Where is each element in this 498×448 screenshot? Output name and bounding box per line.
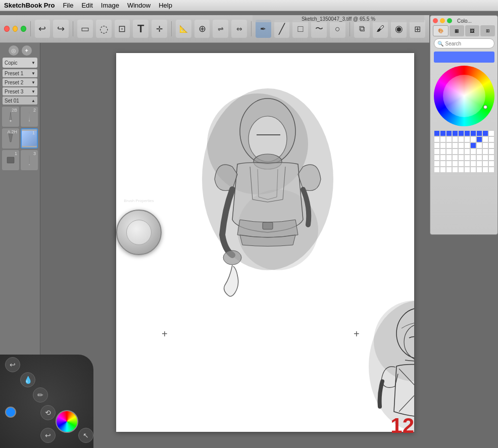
color-grid-cell[interactable] — [476, 167, 482, 173]
color-grid-cell[interactable] — [488, 167, 494, 173]
brush-2b[interactable]: 2B — [2, 107, 19, 127]
color-grid-cell[interactable] — [458, 167, 464, 173]
radial-dropper[interactable]: 💧 — [20, 372, 35, 387]
search-input[interactable] — [445, 41, 499, 46]
color-grid-cell[interactable] — [446, 130, 452, 136]
color-grid-cell[interactable] — [470, 161, 476, 167]
color-grid-cell[interactable] — [452, 136, 458, 142]
color-grid-cell[interactable] — [446, 161, 452, 167]
brush-3[interactable]: 3 — [21, 150, 38, 170]
color-grid-cell[interactable] — [482, 161, 488, 167]
radial-undo[interactable]: ↩ — [5, 357, 20, 372]
color-grid-cell[interactable] — [458, 130, 464, 136]
color-grid-cell[interactable] — [458, 148, 464, 155]
lasso-button[interactable]: ◌ — [96, 20, 112, 38]
menu-edit[interactable]: Edit — [81, 2, 92, 9]
pen-button[interactable]: ✒ — [256, 20, 271, 38]
color-grid-cell[interactable] — [476, 130, 482, 136]
transform-button[interactable]: ⊡ — [115, 20, 130, 38]
settings-icon[interactable]: ✦ — [22, 45, 32, 56]
color-grid-cell[interactable] — [440, 142, 446, 148]
color-tab-swatches[interactable]: ▦ — [450, 25, 464, 36]
color-swatch-bar[interactable] — [434, 52, 494, 63]
color-grid-cell[interactable] — [452, 142, 458, 148]
color-grid-cell[interactable] — [482, 130, 488, 136]
brush-2h[interactable]: A 2H — [2, 128, 19, 148]
symmetry-button[interactable]: ⊕ — [194, 20, 210, 38]
grid-button[interactable]: ⊞ — [410, 20, 425, 38]
menu-file[interactable]: File — [63, 2, 73, 9]
close-button[interactable] — [4, 26, 10, 32]
menu-window[interactable]: Window — [127, 2, 151, 9]
rect-shape-button[interactable]: □ — [292, 20, 308, 38]
color-maximize[interactable] — [447, 18, 452, 23]
color-grid-cell[interactable] — [464, 142, 470, 148]
color-grid-cell[interactable] — [452, 167, 458, 173]
color-grid-cell[interactable] — [464, 155, 470, 161]
mini-color-wheel[interactable] — [56, 410, 78, 433]
color-grid-cell[interactable] — [476, 136, 482, 142]
ellipse-button[interactable]: ○ — [330, 20, 345, 38]
brush-size-button[interactable]: 🖌 — [373, 20, 388, 38]
color-grid-cell[interactable] — [470, 136, 476, 142]
color-grid-cell[interactable] — [440, 167, 446, 173]
layers-button[interactable]: ⧉ — [354, 20, 370, 38]
radial-rotate[interactable]: ⟲ — [40, 405, 56, 420]
text-button[interactable]: T — [133, 20, 148, 38]
color-grid-cell[interactable] — [470, 155, 476, 161]
color-grid-cell[interactable] — [446, 167, 452, 173]
search-bar[interactable]: 🔍 — [434, 38, 494, 48]
color-grid-cell[interactable] — [434, 167, 440, 173]
color-grid-cell[interactable] — [488, 161, 494, 167]
brush-1-active[interactable]: 1 — [21, 128, 38, 148]
color-grid-cell[interactable] — [476, 161, 482, 167]
color-grid-cell[interactable] — [488, 136, 494, 142]
color-grid-cell[interactable] — [470, 130, 476, 136]
color-grid-cell[interactable] — [470, 148, 476, 155]
color-grid-cell[interactable] — [446, 148, 452, 155]
color-wheel-container[interactable] — [434, 66, 494, 126]
color-close[interactable] — [433, 18, 438, 23]
color-grid-cell[interactable] — [434, 161, 440, 167]
radial-cursor[interactable]: ↖ — [78, 428, 93, 443]
color-tab-grid[interactable]: ⊞ — [480, 25, 495, 36]
undo-button[interactable]: ↩ — [35, 20, 51, 38]
color-grid-cell[interactable] — [434, 148, 440, 155]
color-grid-cell[interactable] — [440, 155, 446, 161]
menu-help[interactable]: Help — [159, 2, 172, 9]
distort-button[interactable]: ⇌ — [213, 20, 228, 38]
color-grid-cell[interactable] — [464, 167, 470, 173]
color-grid-cell[interactable] — [476, 155, 482, 161]
color-grid-cell[interactable] — [488, 148, 494, 155]
color-grid-cell[interactable] — [476, 142, 482, 148]
color-grid-cell[interactable] — [488, 130, 494, 136]
move-button[interactable]: ✛ — [152, 20, 167, 38]
color-grid-cell[interactable] — [446, 142, 452, 148]
color-grid-cell[interactable] — [452, 161, 458, 167]
color-grid-cell[interactable] — [458, 161, 464, 167]
brush-2[interactable]: 2 — [21, 107, 38, 127]
color-grid-cell[interactable] — [488, 155, 494, 161]
color-grid-cell[interactable] — [440, 136, 446, 142]
color-grid-cell[interactable] — [464, 136, 470, 142]
brush-type-dropdown[interactable]: Copic ▼ — [3, 58, 37, 68]
color-grid-cell[interactable] — [482, 142, 488, 148]
color-grid-cell[interactable] — [446, 136, 452, 142]
preset-2-row[interactable]: Preset 2 ▼ — [3, 78, 37, 86]
line-button[interactable]: ╱ — [274, 20, 290, 38]
color-grid-cell[interactable] — [458, 142, 464, 148]
color-grid-cell[interactable] — [434, 130, 440, 136]
color-grid-cell[interactable] — [482, 167, 488, 173]
set-row[interactable]: Set 01 ▲ — [3, 96, 37, 105]
color-grid-cell[interactable] — [434, 142, 440, 148]
color-wheel-btn[interactable]: ◉ — [391, 20, 407, 38]
color-grid-cell[interactable] — [458, 155, 464, 161]
stretch-button[interactable]: ⇔ — [231, 20, 247, 38]
radial-back[interactable]: ↩ — [40, 428, 56, 443]
preset-3-row[interactable]: Preset 3 ▼ — [3, 87, 37, 95]
minimize-button[interactable] — [13, 26, 18, 32]
color-grid-cell[interactable] — [452, 130, 458, 136]
color-tab-wheel[interactable]: 🎨 — [433, 25, 449, 36]
brush-1-flat[interactable]: 1 — [2, 150, 19, 170]
maximize-button[interactable] — [21, 26, 26, 32]
